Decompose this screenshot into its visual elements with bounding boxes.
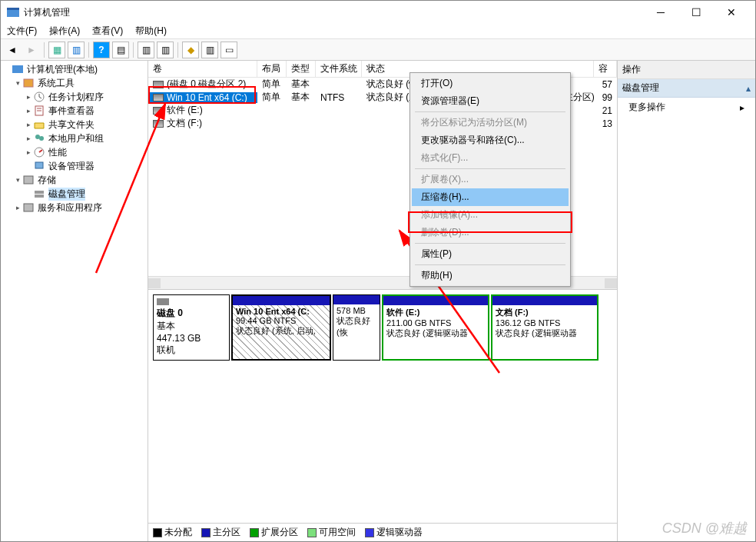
tree-storage[interactable]: ▾存储 [2,173,146,187]
chevron-right-icon: ▸ [740,102,744,113]
svg-rect-10 [24,176,33,184]
disk-header[interactable]: 磁盘 0 基本 447.13 GB 联机 [153,294,230,361]
ctx-delete: 删除卷(D)... [412,224,569,241]
toolbar-btn-4[interactable]: ▥ [138,42,154,58]
tree-shared[interactable]: ▸共享文件夹 [2,118,146,131]
toolbar: ◄ ► ▦ ▥ ? ▤ ▥ ▥ ◆ ▥ ▭ [1,39,755,61]
menu-help[interactable]: 帮助(H) [135,25,167,38]
tree-users[interactable]: ▸本地用户和组 [2,131,146,145]
actions-more[interactable]: 更多操作▸ [618,98,755,117]
svg-rect-3 [24,79,33,87]
svg-rect-12 [35,195,44,198]
ctx-help[interactable]: 帮助(H) [412,267,569,284]
partition-recovery[interactable]: 578 MB 状态良好 (恢 [333,294,380,361]
toolbar-btn-1[interactable]: ▦ [48,42,65,58]
toolbar-btn-2[interactable]: ▥ [68,42,85,58]
tree-pane[interactable]: 计算机管理(本地) ▾系统工具 ▸任务计划程序 ▸事件查看器 ▸共享文件夹 ▸本… [1,61,148,541]
tree-evt[interactable]: ▸事件查看器 [2,104,146,118]
svg-rect-13 [24,204,33,211]
ctx-open[interactable]: 打开(O) [412,75,569,92]
menubar: 文件(F) 操作(A) 查看(V) 帮助(H) [1,24,755,39]
back-icon[interactable]: ◄ [4,42,21,58]
ctx-format: 格式化(F)... [412,149,569,167]
actions-header: 操作 [618,61,755,79]
disk-icon [157,298,169,305]
ctx-explorer[interactable]: 资源管理器(E) [412,92,569,110]
tree-sys[interactable]: ▾系统工具 [2,76,146,90]
context-menu[interactable]: 打开(O) 资源管理器(E) 将分区标记为活动分区(M) 更改驱动器号和路径(C… [410,72,571,287]
svg-rect-2 [12,65,23,73]
tree-diskmgmt[interactable]: 磁盘管理 [2,187,146,201]
close-button[interactable]: ✕ [714,1,749,24]
partition-f[interactable]: 文档 (F:) 136.12 GB NTFS 状态良好 (逻辑驱动器 [491,294,598,361]
ctx-shrink[interactable]: 压缩卷(H)... [412,188,569,206]
tree-devmgr[interactable]: 设备管理器 [2,159,146,173]
svg-point-7 [39,136,44,141]
titlebar: 计算机管理 ─ ☐ ✕ [1,1,755,24]
tree-root[interactable]: 计算机管理(本地) [2,62,146,76]
svg-rect-1 [7,8,19,10]
menu-view[interactable]: 查看(V) [92,25,123,38]
maximize-button[interactable]: ☐ [678,1,714,24]
ctx-active: 将分区标记为活动分区(M) [412,114,569,131]
disk-layout: 磁盘 0 基本 447.13 GB 联机 Win 10 Ent x64 (C: … [148,290,617,541]
ctx-prop[interactable]: 属性(P) [412,245,569,263]
legend: 未分配 主分区 扩展分区 可用空间 逻辑驱动器 [148,523,617,541]
menu-file[interactable]: 文件(F) [7,25,37,38]
partition-e[interactable]: 软件 (E:) 211.00 GB NTFS 状态良好 (逻辑驱动器 [382,294,489,361]
svg-rect-11 [35,191,44,194]
app-icon [7,6,19,18]
col-layout[interactable]: 布局 [257,61,287,77]
collapse-icon: ▴ [746,83,751,94]
help-icon[interactable]: ? [93,42,110,58]
tree-sched[interactable]: ▸任务计划程序 [2,90,146,104]
volume-list-area: 卷 布局 类型 文件系统 状态 容 (磁盘 0 磁盘分区 2) 简单 基本 状态… [148,61,617,290]
svg-rect-9 [35,162,43,168]
toolbar-btn-8[interactable]: ▭ [220,42,237,58]
actions-pane: 操作 磁盘管理▴ 更多操作▸ [617,61,755,541]
forward-icon[interactable]: ► [23,42,40,58]
menu-action[interactable]: 操作(A) [49,25,80,38]
col-volume[interactable]: 卷 [148,61,257,77]
ctx-extend: 扩展卷(X)... [412,171,569,188]
partition-c[interactable]: Win 10 Ent x64 (C: 99.44 GB NTFS 状态良好 (系… [231,294,331,361]
col-cap[interactable]: 容 [594,61,617,77]
toolbar-btn-7[interactable]: ▥ [201,42,218,58]
window-title: 计算机管理 [24,6,643,19]
ctx-letter[interactable]: 更改驱动器号和路径(C)... [412,131,569,149]
actions-diskmgmt[interactable]: 磁盘管理▴ [618,79,755,98]
minimize-button[interactable]: ─ [643,1,678,24]
toolbar-btn-5[interactable]: ▥ [157,42,174,58]
toolbar-btn-6[interactable]: ◆ [182,42,199,58]
toolbar-btn-3[interactable]: ▤ [112,42,129,58]
ctx-mirror: 添加镜像(A)... [412,206,569,224]
tree-perf[interactable]: ▸性能 [2,145,146,159]
col-fs[interactable]: 文件系统 [316,61,362,77]
col-type[interactable]: 类型 [287,61,316,77]
tree-services[interactable]: ▸服务和应用程序 [2,201,146,214]
